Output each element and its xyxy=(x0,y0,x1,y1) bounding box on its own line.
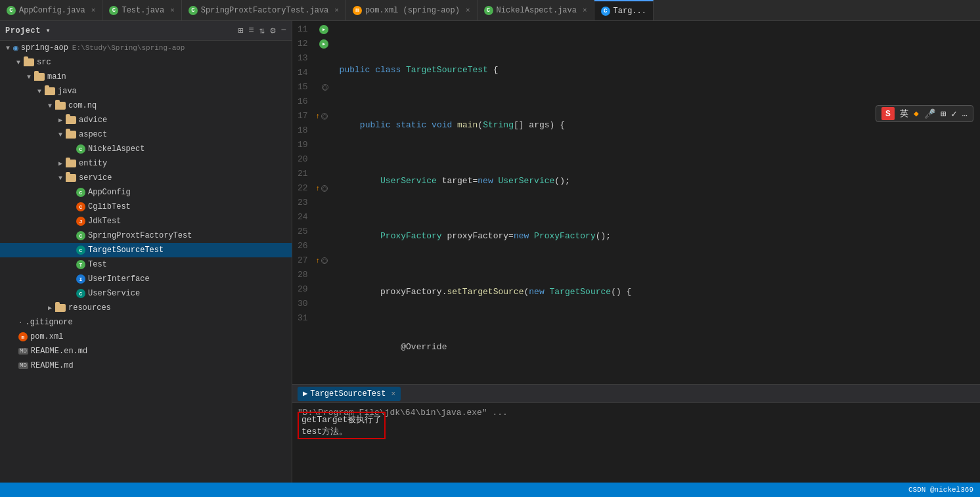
targetsource-tab-icon: C xyxy=(601,7,610,16)
tab-appconfig[interactable]: C AppConfig.java × xyxy=(0,0,102,20)
aspect-arrow: ▼ xyxy=(55,131,66,139)
sidebar-item-entity[interactable]: ▶ entity xyxy=(0,156,292,171)
entity-folder-icon xyxy=(66,160,76,167)
springproxt-file-icon: C xyxy=(76,231,85,240)
tab-test[interactable]: C Test.java × xyxy=(102,0,181,20)
sidebar-item-testfile[interactable]: T Test xyxy=(0,257,292,272)
jdktest-file-icon: J xyxy=(76,217,85,226)
resources-label: resources xyxy=(68,303,111,313)
entity-label: entity xyxy=(79,159,107,168)
sidebar-icon-gear[interactable]: ⚙ xyxy=(270,25,275,36)
tab-pom-label: pom.xml (spring-aop) xyxy=(365,6,460,15)
bottom-line-1: "D:\Program File\jdk\64\bin\java.exe" ..… xyxy=(298,406,975,419)
ime-item-more[interactable]: … xyxy=(962,108,968,119)
tab-pom-close[interactable]: × xyxy=(466,7,470,14)
sidebar-item-targetsourcetest[interactable]: C TargetSourceTest xyxy=(0,243,292,257)
sidebar-item-src[interactable]: ▼ src xyxy=(0,55,292,70)
nickelaspect-icon: C xyxy=(484,6,493,15)
tab-targetsource-label: Targ... xyxy=(613,7,646,16)
tab-nickelaspect-close[interactable]: × xyxy=(583,7,587,14)
code-view[interactable]: 11 12 13 14 15 16 17 18 19 20 21 22 23 2… xyxy=(292,21,980,384)
comnq-arrow: ▼ xyxy=(45,102,55,110)
sidebar-item-cglibtest[interactable]: C CglibTest xyxy=(0,200,292,214)
tab-nickelaspect[interactable]: C NickelAspect.java × xyxy=(478,0,594,20)
editor-area: 11 12 13 14 15 16 17 18 19 20 21 22 23 2… xyxy=(292,21,980,483)
sidebar-item-service[interactable]: ▼ service xyxy=(0,171,292,185)
bottom-panel-tabs: ▶ TargetSourceTest × xyxy=(292,385,980,403)
sidebar-item-main[interactable]: ▼ main xyxy=(0,70,292,84)
sidebar-item-readme[interactable]: MD README.md xyxy=(0,358,292,373)
sidebar-item-springproxtfactorytest[interactable]: C SpringProxtFactoryTest xyxy=(0,228,292,243)
gutter: ◯ ↑ ◯ ↑ ◯ ↑ xyxy=(316,21,334,384)
sidebar-item-readme-en[interactable]: MD README.en.md xyxy=(0,344,292,358)
readme-en-icon: MD xyxy=(18,348,28,355)
sidebar-item-appconfig[interactable]: C AppConfig xyxy=(0,185,292,200)
run-icon-12[interactable] xyxy=(319,39,328,49)
ime-item-mic[interactable]: 🎤 xyxy=(924,108,935,119)
sidebar: Project ▾ ⊞ ≡ ⇅ ⚙ − ▼ ◉ spring-aop E:\St… xyxy=(0,21,292,483)
sidebar-item-aspect[interactable]: ▼ aspect xyxy=(0,127,292,142)
pom-label: pom.xml xyxy=(30,332,63,341)
sidebar-item-userservice[interactable]: C UserService xyxy=(0,286,292,301)
root-path: E:\Study\Spring\spring-aop xyxy=(72,44,185,52)
bottom-tab-close[interactable]: × xyxy=(391,390,395,398)
sidebar-header: Project ▾ ⊞ ≡ ⇅ ⚙ − xyxy=(0,21,292,41)
bottom-tab-label: TargetSourceTest xyxy=(310,389,386,399)
tab-test-close[interactable]: × xyxy=(170,7,175,14)
sidebar-item-gitignore[interactable]: · .gitignore xyxy=(0,315,292,330)
ime-item-check[interactable]: ✓ xyxy=(951,108,956,119)
pom-icon: m xyxy=(353,6,362,15)
aspect-folder-icon xyxy=(66,131,76,139)
appconfig-file-icon: C xyxy=(76,188,85,197)
tab-targetsource[interactable]: C Targ... xyxy=(594,0,654,20)
sidebar-item-resources[interactable]: ▶ resources xyxy=(0,301,292,315)
test-icon: C xyxy=(109,6,118,15)
sidebar-item-java[interactable]: ▼ java xyxy=(0,84,292,98)
code-line-11: public class TargetSourceTest { xyxy=(340,63,980,77)
cglibtest-file-icon: C xyxy=(76,202,85,211)
sidebar-item-comnq[interactable]: ▼ com.nq xyxy=(0,98,292,113)
gutter-circle-27: ◯ xyxy=(321,257,328,264)
main-label: main xyxy=(47,72,66,81)
tab-test-label: Test.java xyxy=(122,6,164,15)
java-arrow: ▼ xyxy=(34,88,45,95)
nickelaspect-label: NickelAspect xyxy=(88,144,145,154)
sidebar-item-advice[interactable]: ▶ advice xyxy=(0,113,292,127)
sidebar-icon-close[interactable]: − xyxy=(281,25,286,36)
gitignore-label: .gitignore xyxy=(26,318,73,327)
sidebar-item-spring-aop[interactable]: ▼ ◉ spring-aop E:\Study\Spring\spring-ao… xyxy=(0,41,292,55)
appconfig-icon: C xyxy=(7,6,16,15)
springproxt-label: SpringProxtFactoryTest xyxy=(88,231,192,240)
line-numbers: 11 12 13 14 15 16 17 18 19 20 21 22 23 2… xyxy=(292,21,316,384)
tab-appconfig-close[interactable]: × xyxy=(91,7,96,14)
resources-arrow: ▶ xyxy=(45,304,55,312)
readme-icon: MD xyxy=(18,362,28,369)
gutter-circle-15: ◯ xyxy=(322,84,328,91)
sidebar-item-nickelaspect[interactable]: C NickelAspect xyxy=(0,142,292,156)
sidebar-icon-layout[interactable]: ⊞ xyxy=(238,25,243,36)
test-file-icon: T xyxy=(76,260,85,269)
project-icon: ◉ xyxy=(13,43,18,53)
sidebar-icon-align[interactable]: ≡ xyxy=(248,25,254,36)
comnq-folder-icon xyxy=(55,102,66,110)
run-icon-11[interactable] xyxy=(319,25,328,34)
ime-item-1[interactable]: 英 xyxy=(900,108,908,119)
advice-arrow: ▶ xyxy=(55,116,66,124)
sidebar-item-jdktest[interactable]: J JdkTest xyxy=(0,214,292,228)
service-label: service xyxy=(79,173,112,183)
ime-item-grid[interactable]: ⊞ xyxy=(941,108,946,119)
sidebar-item-pom[interactable]: m pom.xml xyxy=(0,330,292,344)
sidebar-icon-sort[interactable]: ⇅ xyxy=(259,25,265,36)
readme-en-label: README.en.md xyxy=(31,347,87,356)
sidebar-item-userinterface[interactable]: I UserInterface xyxy=(0,272,292,286)
tab-springproxt[interactable]: C SpringProxtFactoryTest.java × xyxy=(182,0,346,20)
test-label: Test xyxy=(88,260,107,269)
tab-pom[interactable]: m pom.xml (spring-aop) × xyxy=(346,0,478,20)
code-content[interactable]: public class TargetSourceTest { public s… xyxy=(334,21,980,384)
src-folder-icon xyxy=(24,58,34,66)
jdktest-label: JdkTest xyxy=(88,217,121,226)
nickelaspect-file-icon: C xyxy=(76,144,85,154)
bottom-tab-targetsourcetest[interactable]: ▶ TargetSourceTest × xyxy=(298,387,401,401)
advice-folder-icon xyxy=(66,116,76,124)
tab-springproxt-close[interactable]: × xyxy=(334,7,339,14)
